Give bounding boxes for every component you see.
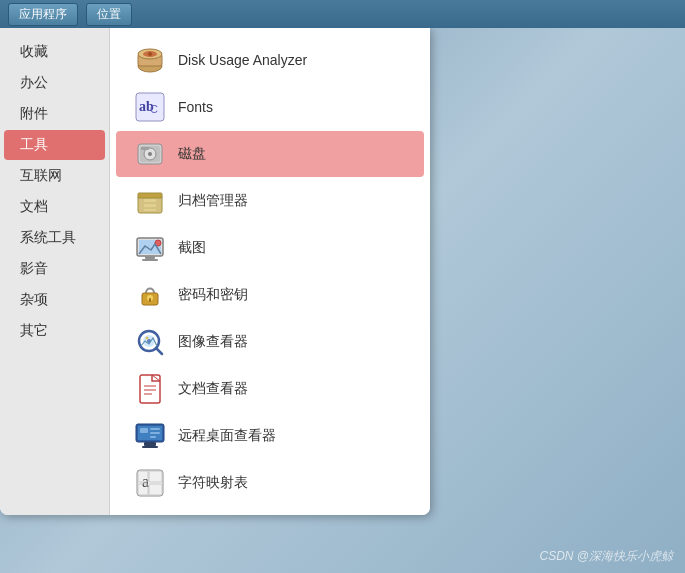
menu-content: 收藏办公附件工具互联网文档系统工具影音杂项其它 Disk Usage Analy…: [0, 28, 430, 515]
disk-usage-icon: [132, 42, 168, 78]
svg-rect-14: [138, 193, 162, 198]
sidebar-item-docs[interactable]: 文档: [4, 192, 105, 222]
app-label-doc-viewer: 文档查看器: [178, 380, 248, 398]
screenshot-icon: [132, 230, 168, 266]
app-label-charmap: 字符映射表: [178, 474, 248, 492]
application-menu-window: 收藏办公附件工具互联网文档系统工具影音杂项其它 Disk Usage Analy…: [0, 28, 430, 515]
sidebar-item-system[interactable]: 系统工具: [4, 223, 105, 253]
fonts-icon: ab C: [132, 89, 168, 125]
app-item-disks[interactable]: 磁盘: [116, 131, 424, 177]
svg-rect-15: [144, 199, 156, 202]
svg-rect-12: [141, 147, 149, 150]
app-list: Disk Usage Analyzer ab C Fonts 磁盘 归档管理器 …: [110, 28, 430, 515]
app-label-screenshot: 截图: [178, 239, 206, 257]
app-item-doc-viewer[interactable]: 文档查看器: [116, 366, 424, 412]
location-menu-button[interactable]: 位置: [86, 3, 132, 26]
sidebar-item-internet[interactable]: 互联网: [4, 161, 105, 191]
app-label-image-viewer: 图像查看器: [178, 333, 248, 351]
svg-point-30: [146, 337, 149, 340]
svg-rect-39: [140, 428, 148, 433]
doc-viewer-icon: [132, 371, 168, 407]
svg-rect-38: [142, 446, 158, 448]
app-item-remote-desktop[interactable]: 远程桌面查看器: [116, 413, 424, 459]
svg-rect-40: [150, 428, 160, 430]
svg-text:C: C: [150, 103, 158, 115]
remote-desktop-icon: [132, 418, 168, 454]
app-label-archive: 归档管理器: [178, 192, 248, 210]
app-label-disks: 磁盘: [178, 145, 206, 163]
taskbar: 应用程序 位置: [0, 0, 685, 28]
disks-icon: [132, 136, 168, 172]
app-item-archive[interactable]: 归档管理器: [116, 178, 424, 224]
app-label-fonts: Fonts: [178, 99, 213, 115]
sidebar-item-accessories[interactable]: 附件: [4, 99, 105, 129]
category-sidebar: 收藏办公附件工具互联网文档系统工具影音杂项其它: [0, 28, 110, 515]
app-label-remote-desktop: 远程桌面查看器: [178, 427, 276, 445]
svg-point-4: [148, 52, 152, 56]
svg-line-29: [156, 348, 162, 354]
sidebar-item-office[interactable]: 办公: [4, 68, 105, 98]
svg-point-11: [148, 152, 152, 156]
app-item-fonts[interactable]: ab C Fonts: [116, 84, 424, 130]
svg-rect-16: [144, 204, 156, 207]
app-label-passwords: 密码和密钥: [178, 286, 248, 304]
passwords-icon: [132, 277, 168, 313]
app-item-image-viewer[interactable]: 图像查看器: [116, 319, 424, 365]
svg-rect-42: [150, 436, 156, 438]
sidebar-item-favorites[interactable]: 收藏: [4, 37, 105, 67]
svg-rect-37: [144, 442, 156, 446]
sidebar-item-misc[interactable]: 杂项: [4, 285, 105, 315]
svg-rect-21: [145, 256, 155, 259]
app-label-disk-usage: Disk Usage Analyzer: [178, 52, 307, 68]
app-item-charmap[interactable]: a 字符映射表: [116, 460, 424, 506]
image-viewer-icon: [132, 324, 168, 360]
watermark-text: CSDN @深海快乐小虎鲸: [539, 548, 673, 565]
sidebar-item-tools[interactable]: 工具: [4, 130, 105, 160]
applications-menu-button[interactable]: 应用程序: [8, 3, 78, 26]
svg-rect-43: [137, 470, 163, 496]
app-item-screenshot[interactable]: 截图: [116, 225, 424, 271]
svg-rect-41: [150, 432, 160, 434]
app-item-disk-usage[interactable]: Disk Usage Analyzer: [116, 37, 424, 83]
archive-icon: [132, 183, 168, 219]
svg-rect-17: [144, 209, 156, 211]
sidebar-item-other[interactable]: 其它: [4, 316, 105, 346]
charmap-icon: a: [132, 465, 168, 501]
svg-rect-25: [149, 298, 151, 302]
app-item-passwords[interactable]: 密码和密钥: [116, 272, 424, 318]
sidebar-item-video[interactable]: 影音: [4, 254, 105, 284]
svg-rect-22: [142, 259, 158, 261]
